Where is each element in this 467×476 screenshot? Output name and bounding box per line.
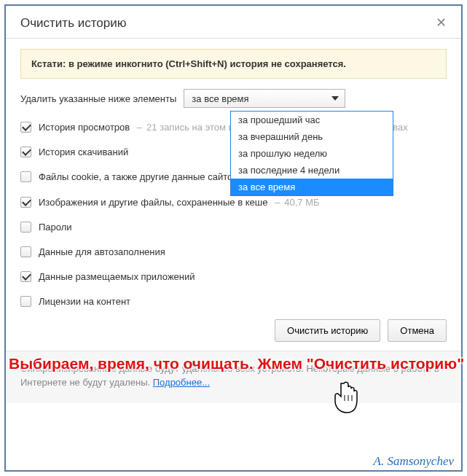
author-signature: A. Samsonychev bbox=[374, 454, 454, 469]
clear-history-button[interactable]: Очистить историю bbox=[275, 319, 380, 342]
time-range-dropdown[interactable]: за прошедший час за вчерашний день за пр… bbox=[230, 111, 393, 196]
option-past-hour[interactable]: за прошедший час bbox=[231, 112, 393, 128]
dialog-title: Очистить историю bbox=[20, 16, 126, 31]
checkbox-cached-images[interactable] bbox=[20, 197, 31, 208]
button-row: Очистить историю Отмена bbox=[20, 319, 447, 342]
item-label: Лицензии на контент bbox=[39, 296, 130, 307]
notice-banner: Кстати: в режиме инкогнито (Ctrl+Shift+N… bbox=[20, 49, 447, 79]
checkbox-passwords[interactable] bbox=[20, 222, 31, 233]
item-label: Данные размещаемых приложений bbox=[39, 271, 195, 282]
item-hosted-app-data: Данные размещаемых приложений bbox=[20, 265, 447, 289]
checkbox-browsing-history[interactable] bbox=[20, 122, 31, 133]
titlebar: Очистить историю ✕ bbox=[6, 6, 461, 39]
clear-history-dialog: Очистить историю ✕ Кстати: в режиме инко… bbox=[6, 6, 461, 470]
option-past-week[interactable]: за прошлую неделю bbox=[231, 145, 393, 162]
item-label: Изображения и другие файлы, сохраненные … bbox=[39, 197, 267, 208]
item-label: Данные для автозаполнения bbox=[39, 246, 165, 257]
option-yesterday[interactable]: за вчерашний день bbox=[231, 128, 393, 145]
time-range-select[interactable]: за все время bbox=[184, 89, 345, 108]
checkbox-cookies[interactable] bbox=[20, 171, 31, 182]
notice-text: в режиме инкогнито (Ctrl+Shift+N) истори… bbox=[68, 58, 346, 69]
checkbox-download-history[interactable] bbox=[20, 147, 31, 157]
item-sub: 40,7 МБ bbox=[284, 197, 319, 208]
item-label: История скачиваний bbox=[39, 147, 128, 157]
option-past-4-weeks[interactable]: за последние 4 недели bbox=[231, 162, 393, 179]
time-range-row: Удалить указанные ниже элементы за все в… bbox=[20, 89, 447, 108]
cancel-button[interactable]: Отмена bbox=[388, 319, 447, 342]
item-autofill: Данные для автозаполнения bbox=[20, 240, 447, 265]
footer-note: Синхронизированные данные будут удалены … bbox=[6, 351, 461, 403]
close-icon[interactable]: ✕ bbox=[436, 16, 447, 29]
footer-text: Синхронизированные данные будут удалены … bbox=[20, 363, 439, 389]
checkbox-hosted-app-data[interactable] bbox=[20, 271, 31, 282]
item-label: История просмотров bbox=[39, 122, 130, 133]
time-range-label: Удалить указанные ниже элементы bbox=[20, 93, 176, 104]
checkbox-content-licenses[interactable] bbox=[20, 296, 31, 307]
notice-prefix: Кстати: bbox=[31, 58, 68, 69]
item-label: Пароли bbox=[39, 222, 72, 233]
chevron-down-icon bbox=[331, 96, 339, 101]
item-content-licenses: Лицензии на контент bbox=[20, 289, 447, 314]
option-all-time[interactable]: за все время bbox=[231, 179, 393, 195]
time-range-value: за все время bbox=[192, 93, 248, 104]
item-passwords: Пароли bbox=[20, 215, 447, 240]
learn-more-link[interactable]: Подробнее... bbox=[153, 377, 210, 388]
checkbox-autofill[interactable] bbox=[20, 246, 31, 257]
